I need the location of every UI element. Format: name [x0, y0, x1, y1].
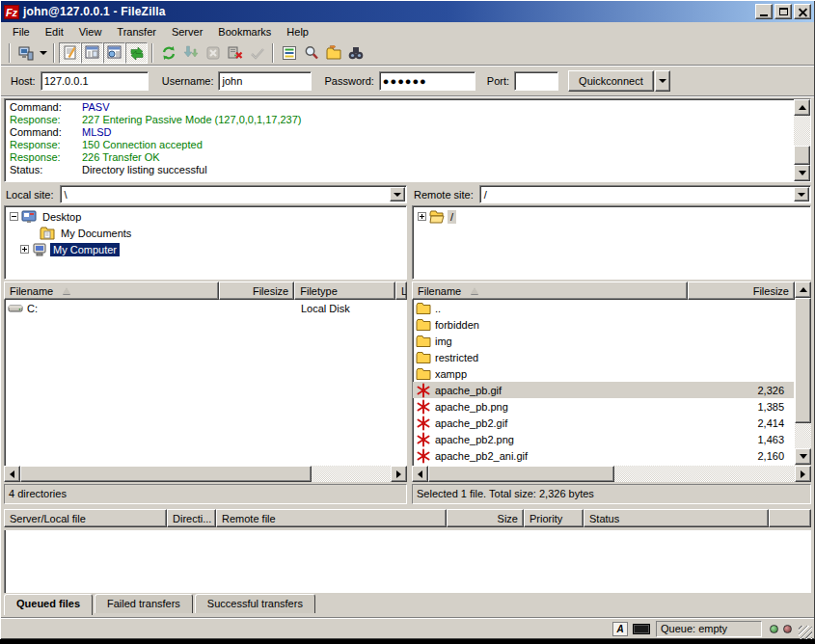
remote-file-row[interactable]: restricted	[413, 349, 794, 365]
remote-file-row[interactable]: apache_pb2_ani.gif 2,160	[413, 447, 794, 464]
remote-site-combobox[interactable]: /	[479, 185, 811, 203]
menu-file[interactable]: File	[5, 24, 38, 40]
local-site-label: Local site:	[4, 189, 60, 201]
column-header-filename[interactable]: Filename	[412, 282, 688, 300]
disconnect-button[interactable]	[224, 42, 246, 64]
remote-file-row[interactable]: apache_pb2.png 1,463	[413, 431, 794, 447]
cancel-operation-button[interactable]	[202, 42, 224, 64]
remote-horizontal-scrollbar[interactable]	[412, 466, 811, 482]
tree-item-my-computer[interactable]: My Computer	[5, 241, 406, 257]
toggle-local-tree-button[interactable]	[81, 42, 103, 64]
refresh-button[interactable]	[157, 42, 179, 64]
local-site-path: \	[61, 189, 390, 201]
close-button[interactable]	[794, 4, 811, 19]
tab-successful-transfers[interactable]: Successful transfers	[195, 594, 315, 613]
username-input[interactable]	[218, 71, 312, 91]
column-label: Filename	[10, 285, 53, 297]
tab-failed-transfers[interactable]: Failed transfers	[95, 594, 193, 613]
column-header-modified[interactable]: L	[395, 282, 407, 300]
local-directory-tree: Desktop My Documents My Computer	[4, 205, 407, 280]
site-manager-dropdown[interactable]	[37, 42, 49, 64]
port-input[interactable]	[514, 71, 558, 91]
scroll-down-button[interactable]	[794, 165, 810, 181]
menu-help[interactable]: Help	[279, 24, 316, 40]
remote-site-dropdown[interactable]	[794, 187, 809, 201]
menu-view[interactable]: View	[71, 24, 110, 40]
log-scrollbar[interactable]	[794, 99, 810, 181]
log-line-label: Response:	[10, 151, 82, 164]
transfer-type-indicator[interactable]: A	[611, 621, 629, 636]
scroll-right-button[interactable]	[795, 466, 811, 482]
maximize-button[interactable]	[774, 4, 792, 19]
remote-file-row[interactable]: xampp	[413, 365, 794, 382]
tree-item-my-documents[interactable]: My Documents	[5, 225, 406, 241]
scroll-down-button[interactable]	[795, 448, 811, 465]
tab-queued-files[interactable]: Queued files	[4, 594, 93, 615]
speed-limits-icon[interactable]	[633, 624, 650, 634]
menu-bookmarks[interactable]: Bookmarks	[210, 24, 279, 40]
column-header-filesize[interactable]: Filesize	[219, 282, 294, 300]
column-header-spacer	[769, 509, 811, 527]
column-header-remote-file[interactable]: Remote file	[216, 509, 447, 527]
site-manager-button[interactable]	[14, 42, 37, 64]
scrollbar-thumb[interactable]	[428, 466, 614, 482]
remote-file-row[interactable]: forbidden	[413, 316, 794, 333]
column-header-filename[interactable]: Filename	[4, 282, 219, 300]
column-header-size[interactable]: Size	[447, 509, 524, 527]
queue-list[interactable]	[4, 530, 811, 593]
remote-file-row-selected[interactable]: apache_pb.gif 2,326	[413, 382, 794, 398]
minimize-button[interactable]	[755, 4, 773, 19]
scroll-up-button[interactable]	[795, 282, 811, 298]
scroll-up-button[interactable]	[794, 99, 810, 116]
folder-icon	[416, 366, 431, 382]
column-header-server-local-file[interactable]: Server/Local file	[4, 509, 167, 527]
resize-grip[interactable]	[799, 626, 812, 639]
local-site-combobox[interactable]: \	[60, 185, 407, 203]
host-input[interactable]	[41, 71, 149, 91]
password-input[interactable]	[379, 71, 475, 91]
remote-file-row[interactable]: img	[413, 333, 794, 349]
column-header-filesize[interactable]: Filesize	[688, 282, 795, 300]
toolbar-separator	[53, 43, 55, 63]
expand-toggle[interactable]	[20, 245, 29, 254]
scroll-left-button[interactable]	[4, 466, 20, 482]
quickconnect-dropdown[interactable]	[655, 70, 670, 92]
menu-transfer[interactable]: Transfer	[109, 24, 164, 40]
window-title: john@127.0.0.1 - FileZilla	[23, 5, 755, 18]
column-header-priority[interactable]: Priority	[524, 509, 584, 527]
reconnect-button[interactable]	[246, 42, 268, 64]
remote-file-row[interactable]: ..	[413, 300, 794, 316]
column-header-filetype[interactable]: Filetype	[294, 282, 395, 300]
synchronized-browsing-button[interactable]	[322, 42, 344, 64]
directory-listing-filters-button[interactable]	[278, 42, 300, 64]
collapse-toggle[interactable]	[10, 212, 18, 221]
menu-edit[interactable]: Edit	[38, 24, 71, 40]
find-files-button[interactable]	[344, 42, 367, 64]
column-header-status[interactable]: Status	[584, 509, 769, 527]
scroll-right-button[interactable]	[391, 466, 407, 482]
expand-toggle[interactable]	[418, 212, 426, 221]
tree-item-root[interactable]: /	[413, 208, 810, 225]
remote-file-row[interactable]: apache_pb.png 1,385	[413, 398, 794, 415]
scroll-left-button[interactable]	[412, 466, 428, 482]
scrollbar-thumb[interactable]	[795, 298, 811, 423]
column-header-direction[interactable]: Directi...	[167, 509, 216, 527]
local-file-row[interactable]: C: Local Disk	[5, 300, 406, 316]
directory-comparison-button[interactable]	[300, 42, 322, 64]
process-queue-button[interactable]	[179, 42, 202, 64]
local-site-dropdown[interactable]	[390, 187, 405, 201]
remote-file-row[interactable]: apache_pb2.gif 2,414	[413, 415, 794, 431]
toggle-remote-tree-button[interactable]	[103, 42, 125, 64]
scrollbar-thumb[interactable]	[20, 466, 312, 482]
toggle-transfer-queue-button[interactable]	[125, 42, 148, 64]
menu-server[interactable]: Server	[164, 24, 210, 40]
apache-image-file-icon	[416, 383, 431, 398]
tree-item-desktop[interactable]: Desktop	[5, 208, 406, 225]
scrollbar-thumb[interactable]	[794, 146, 810, 165]
open-folder-icon	[429, 209, 445, 225]
toggle-message-log-button[interactable]	[59, 42, 81, 64]
local-horizontal-scrollbar[interactable]	[4, 466, 407, 482]
ascii-type-icon: A	[612, 622, 628, 636]
quickconnect-button[interactable]: Quickconnect	[568, 70, 654, 92]
remote-vertical-scrollbar[interactable]	[795, 282, 811, 465]
